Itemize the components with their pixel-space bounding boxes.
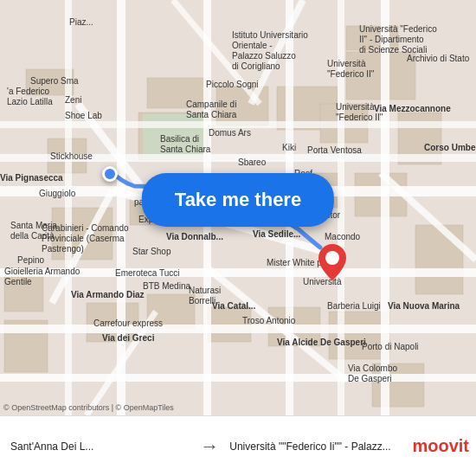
moovit-logo-container: moovit <box>412 436 469 456</box>
bottom-bar: Sant'Anna Dei L... → Università ""Federi… <box>0 415 476 476</box>
origin-marker <box>102 166 118 182</box>
take-me-there-button[interactable]: Take me there <box>142 173 334 227</box>
map-container: Stickhouse Giuggiolo Santa Mariadella Ca… <box>0 0 476 415</box>
to-segment: Università ""Federico Ii"" - Palazz... <box>226 441 412 453</box>
svg-rect-15 <box>415 225 463 294</box>
to-label: Università ""Federico Ii"" - Palazz... <box>229 441 390 453</box>
svg-rect-16 <box>87 303 138 342</box>
svg-rect-24 <box>143 114 205 159</box>
map-attribution: © OpenStreetMap contributors | © OpenMap… <box>3 403 174 412</box>
svg-rect-34 <box>381 0 389 415</box>
from-label: Sant'Anna Dei L... <box>10 441 93 453</box>
svg-rect-23 <box>372 363 424 407</box>
svg-rect-35 <box>65 0 72 415</box>
arrow-segment: → <box>193 435 226 458</box>
svg-rect-31 <box>117 0 125 415</box>
destination-marker <box>318 244 346 284</box>
svg-rect-36 <box>338 0 344 415</box>
direction-arrow-icon: → <box>200 435 219 457</box>
svg-point-45 <box>325 251 339 265</box>
moovit-logo: moovit <box>412 436 469 456</box>
svg-rect-3 <box>147 78 208 108</box>
from-segment: Sant'Anna Dei L... <box>7 441 193 453</box>
svg-rect-10 <box>346 26 398 50</box>
